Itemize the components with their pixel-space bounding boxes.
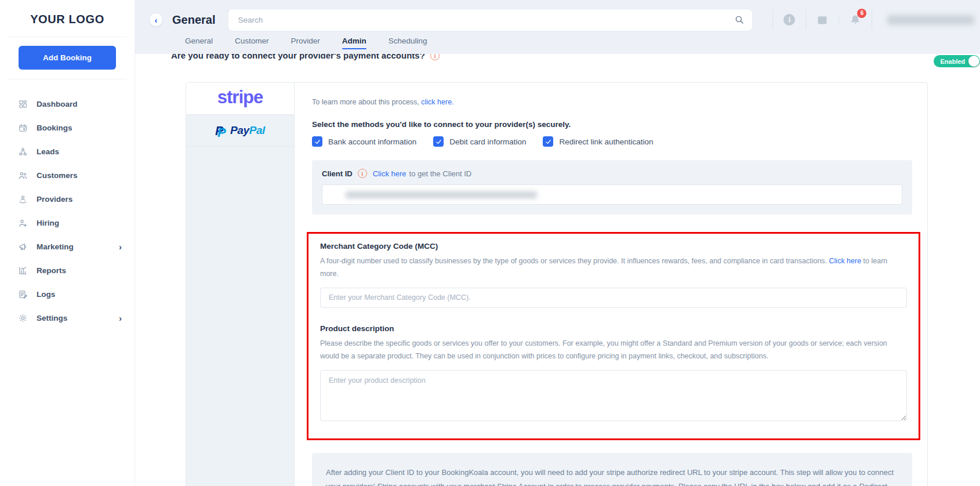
select-methods-heading: Select the methods you'd like to connect…: [312, 120, 912, 129]
section-heading: Are you ready to connect your provider's…: [171, 54, 425, 60]
customers-icon: [18, 171, 28, 180]
annotation-highlight-box: Merchant Category Code (MCC) A four-digi…: [307, 232, 920, 440]
client-id-input[interactable]: [322, 184, 902, 205]
product-description-input[interactable]: [320, 370, 907, 421]
sidebar-item-dashboard[interactable]: Dashboard: [0, 92, 135, 116]
enabled-toggle[interactable]: Enabled: [934, 55, 980, 67]
learn-more-link[interactable]: click here.: [421, 98, 453, 106]
redirect-instructions: After adding your Client ID to your Book…: [326, 466, 898, 486]
checkbox-redirect-link[interactable]: Redirect link authentication: [543, 136, 653, 147]
checkbox-label: Debit card information: [449, 137, 526, 146]
notification-badge: 6: [857, 9, 866, 18]
content-area: Are you ready to connect your provider's…: [135, 54, 980, 486]
client-id-label: Client ID: [322, 169, 353, 178]
sidebar-item-label: Leads: [37, 147, 59, 156]
mcc-title: Merchant Category Code (MCC): [320, 242, 907, 251]
checkbox-label: Redirect link authentication: [559, 137, 653, 146]
checkbox-checked-icon[interactable]: [312, 136, 322, 147]
checkbox-checked-icon[interactable]: [543, 136, 553, 147]
main-column: ‹ General i: [135, 0, 980, 486]
sidebar-item-logs[interactable]: Logs: [0, 282, 135, 306]
sidebar-item-label: Logs: [37, 290, 55, 299]
checkbox-checked-icon[interactable]: [433, 136, 444, 147]
sidebar-item-bookings[interactable]: Bookings: [0, 116, 135, 140]
leads-icon: [18, 147, 28, 157]
settings-tabs: General Customer Provider Admin Scheduli…: [185, 37, 980, 50]
search-icon[interactable]: [734, 14, 745, 25]
sidebar-item-providers[interactable]: Providers: [0, 187, 135, 211]
paypal-logo: P P PayPal: [215, 124, 265, 137]
logs-icon: [18, 289, 28, 299]
sidebar-item-label: Settings: [37, 314, 67, 322]
product-description-text: Please describe the specific goods or se…: [320, 338, 907, 363]
settings-icon: [18, 313, 28, 323]
client-id-panel: Client ID i Click here to get the Client…: [312, 160, 912, 215]
sidebar-item-label: Customers: [37, 171, 78, 180]
search-input[interactable]: [228, 9, 753, 31]
chevron-right-icon: ›: [119, 314, 122, 322]
sidebar-item-settings[interactable]: Settings ›: [0, 306, 135, 330]
sidebar: YOUR LOGO Add Booking Dashboard Bookings…: [0, 0, 135, 486]
hiring-icon: [18, 218, 28, 228]
calendar-button[interactable]: [815, 13, 829, 27]
tab-paypal[interactable]: P P PayPal: [186, 115, 294, 147]
client-id-suffix: to get the Client ID: [409, 169, 472, 178]
stripe-logo: stripe: [217, 88, 263, 110]
checkbox-debit-card[interactable]: Debit card information: [433, 136, 526, 147]
mcc-input[interactable]: [320, 288, 907, 308]
info-icon[interactable]: i: [358, 169, 367, 178]
client-id-value-blurred: [346, 191, 537, 198]
app-logo: YOUR LOGO: [0, 0, 135, 37]
stripe-settings-body: To learn more about this process, click …: [295, 83, 927, 486]
method-checkboxes: Bank account information Debit card info…: [312, 136, 912, 147]
sidebar-item-reports[interactable]: Reports: [0, 259, 135, 282]
tab-general[interactable]: General: [185, 37, 213, 50]
search-bar: [228, 9, 753, 31]
notifications-button[interactable]: 6: [848, 13, 862, 27]
user-name-blurred[interactable]: [887, 15, 974, 25]
tab-stripe[interactable]: stripe: [186, 83, 294, 115]
sidebar-item-label: Dashboard: [37, 100, 78, 108]
learn-more-text: To learn more about this process,: [312, 98, 419, 106]
tab-customer[interactable]: Customer: [235, 37, 269, 50]
chevron-right-icon: ›: [119, 242, 122, 251]
tab-admin[interactable]: Admin: [342, 37, 366, 50]
mcc-learn-more-link[interactable]: Click here: [829, 257, 862, 265]
sidebar-item-label: Bookings: [37, 124, 72, 132]
add-booking-button[interactable]: Add Booking: [19, 46, 116, 70]
sidebar-nav: Dashboard Bookings Leads Customers Provi…: [0, 79, 135, 330]
checkbox-label: Bank account information: [328, 137, 416, 146]
help-button[interactable]: i: [782, 13, 796, 27]
payment-gateway-card: stripe P P PayPal: [186, 82, 928, 486]
providers-icon: [18, 194, 28, 204]
back-button[interactable]: ‹: [149, 13, 163, 27]
sidebar-item-label: Reports: [37, 266, 66, 275]
sidebar-item-label: Marketing: [37, 242, 74, 251]
toggle-label: Enabled: [940, 58, 965, 65]
content-header: Are you ready to connect your provider's…: [171, 54, 980, 67]
checkbox-bank-account[interactable]: Bank account information: [312, 136, 416, 147]
toggle-knob: [968, 56, 979, 67]
divider: [772, 10, 773, 30]
tab-provider[interactable]: Provider: [291, 37, 320, 50]
sidebar-item-leads[interactable]: Leads: [0, 140, 135, 164]
sidebar-item-customers[interactable]: Customers: [0, 164, 135, 187]
divider: [8, 37, 126, 37]
info-icon[interactable]: i: [430, 54, 440, 60]
mcc-description: A four-digit number used to classify bus…: [320, 255, 907, 281]
divider: [839, 15, 839, 24]
bookings-icon: [18, 123, 28, 133]
tab-scheduling[interactable]: Scheduling: [389, 37, 427, 50]
calendar-icon: [816, 14, 828, 26]
page-title: General: [172, 13, 215, 27]
product-title: Product description: [320, 324, 907, 333]
sidebar-item-label: Providers: [37, 195, 72, 204]
client-id-link[interactable]: Click here: [373, 169, 406, 178]
marketing-icon: [18, 242, 28, 252]
topbar-icon-group: i 6: [763, 10, 980, 30]
sidebar-item-hiring[interactable]: Hiring: [0, 211, 135, 235]
redirect-url-panel: After adding your Client ID to your Book…: [312, 453, 912, 486]
reports-icon: [18, 266, 28, 275]
divider: [805, 10, 806, 30]
sidebar-item-marketing[interactable]: Marketing ›: [0, 235, 135, 259]
